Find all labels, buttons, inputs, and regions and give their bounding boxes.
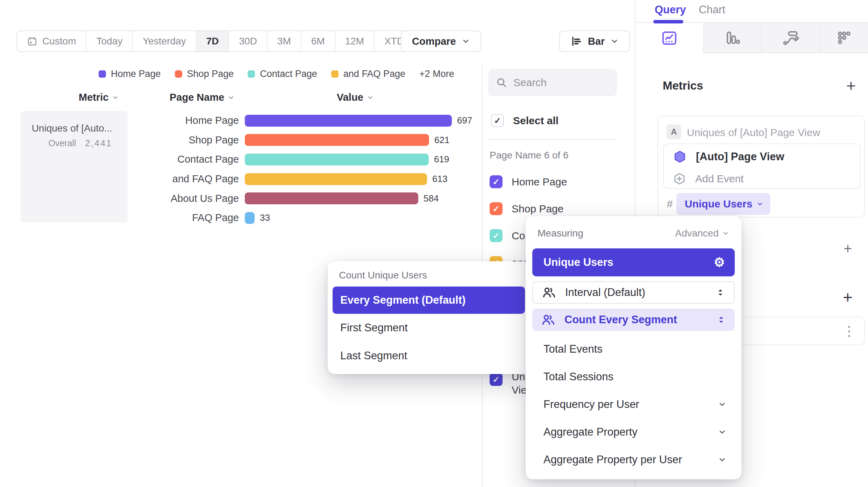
bar-and-faq-page[interactable] <box>245 173 427 185</box>
legend-item[interactable]: Contact Page <box>248 69 317 79</box>
option-last-segment[interactable]: Last Segment <box>333 342 525 370</box>
bar-chart-icon <box>570 35 582 47</box>
compare-button[interactable]: Compare <box>401 30 481 52</box>
chart-row: FAQ Page33 <box>0 208 482 228</box>
insights-chart-icon <box>661 30 678 47</box>
legend-item[interactable]: Home Page <box>99 69 161 79</box>
divider <box>488 139 617 140</box>
checkbox-checked[interactable]: ✓ <box>490 175 503 188</box>
measure-unique-users-selected[interactable]: Unique Users ⚙ <box>532 248 735 276</box>
bar-value: 613 <box>432 174 447 184</box>
measure-dropdown[interactable]: Unique Users <box>676 193 770 215</box>
gear-icon[interactable]: ⚙ <box>714 256 725 269</box>
retention-dots-icon <box>836 29 853 46</box>
hash-symbol: # <box>667 198 673 210</box>
count-every-segment-selector[interactable]: Count Every Segment <box>532 309 735 331</box>
date-range-6m[interactable]: 6M <box>301 31 335 51</box>
event-row[interactable]: [Auto] Page View <box>673 150 784 164</box>
kebab-menu-icon[interactable]: ⋮ <box>842 327 856 335</box>
chevron-down-icon <box>610 37 619 45</box>
checkbox-checked[interactable]: ✓ <box>490 202 503 215</box>
stepper-icon <box>716 313 726 326</box>
advanced-dropdown[interactable]: Advanced <box>675 228 729 239</box>
chevron-down-icon <box>718 400 726 409</box>
bar-value: 621 <box>434 135 449 146</box>
event-card: [Auto] Page View Add Event <box>663 143 861 189</box>
bar-contact-page[interactable] <box>245 154 429 165</box>
add-event-row[interactable]: Add Event <box>673 172 744 185</box>
measuring-header: Measuring Advanced <box>532 227 735 240</box>
tab-query[interactable]: Query <box>655 3 686 16</box>
date-range-7d-active[interactable]: 7D <box>196 31 229 51</box>
legend-item[interactable]: and FAQ Page <box>331 69 405 79</box>
popup-title: Count Unique Users <box>333 268 525 287</box>
date-range-12m[interactable]: 12M <box>335 31 374 51</box>
add-filter-button[interactable]: + <box>844 241 852 256</box>
report-tab-funnels[interactable] <box>703 23 761 53</box>
measure-total-events[interactable]: Total Events <box>532 335 735 363</box>
column-header-value[interactable]: Value <box>337 92 374 103</box>
legend-swatch <box>99 70 106 78</box>
report-tab-insights-active[interactable] <box>635 23 703 53</box>
chevron-down-icon <box>718 456 726 464</box>
measuring-popup: Measuring Advanced Unique Users ⚙ Interv… <box>526 216 741 479</box>
chevron-down-icon <box>722 230 729 237</box>
bar-value: 33 <box>260 212 270 223</box>
bar-faq-page[interactable] <box>245 212 255 224</box>
measure-frequency-per-user[interactable]: Frequency per User <box>532 390 735 418</box>
chart-row: Contact Page619 <box>0 150 482 169</box>
measure-options-list: Total Events Total Sessions Frequency pe… <box>532 335 735 473</box>
segment-item-home-page[interactable]: ✓Home Page <box>490 168 629 195</box>
stepper-icon <box>715 286 726 299</box>
chart-legend: Home Page Shop Page Contact Page and FAQ… <box>99 69 454 79</box>
event-hexagon-icon <box>673 150 687 164</box>
segment-section-label: Page Name 6 of 6 <box>490 150 569 161</box>
report-tab-retention[interactable] <box>819 23 868 53</box>
bar-value: 697 <box>457 115 472 126</box>
metric-definition-card: A Uniques of [Auto] Page View [Auto] Pag… <box>657 115 865 218</box>
active-tab-underline <box>653 20 683 23</box>
column-header-page-name[interactable]: Page Name <box>170 92 235 103</box>
insights-report-screen: Custom Today Yesterday 7D 30D 3M 6M 12M … <box>0 0 868 487</box>
date-range-custom[interactable]: Custom <box>17 31 86 51</box>
segment-search <box>488 69 617 96</box>
legend-more-link[interactable]: +2 More <box>419 69 454 79</box>
measure-aggregate-property[interactable]: Aggregate Property <box>532 418 735 446</box>
date-range-label: Custom <box>42 36 76 47</box>
search-input[interactable] <box>513 77 609 89</box>
metric-row-title: Uniques of [Auto] Page View <box>687 127 820 139</box>
date-range-3m[interactable]: 3M <box>267 31 301 51</box>
select-all-checkbox[interactable]: ✓ <box>491 114 504 127</box>
chevron-down-icon <box>756 200 763 207</box>
people-icon <box>541 313 555 327</box>
chevron-down-icon <box>462 37 470 45</box>
bar-about-us-page[interactable] <box>245 192 418 204</box>
date-range-today[interactable]: Today <box>86 31 132 51</box>
people-icon <box>542 285 556 299</box>
flows-icon <box>782 29 799 46</box>
select-all-row[interactable]: ✓ Select all <box>491 114 558 127</box>
date-range-yesterday[interactable]: Yesterday <box>132 31 196 51</box>
columns-chart-icon <box>724 29 741 46</box>
checkbox-checked[interactable]: ✓ <box>490 373 503 386</box>
tab-chart[interactable]: Chart <box>699 3 725 16</box>
chart-type-selector[interactable]: Bar <box>559 30 630 52</box>
add-breakdown-button[interactable]: + <box>843 289 853 306</box>
interval-selector[interactable]: Interval (Default) <box>532 281 735 304</box>
bar-home-page[interactable] <box>245 115 452 127</box>
option-every-segment-selected[interactable]: Every Segment (Default) <box>333 287 525 314</box>
column-header-metric[interactable]: Metric <box>79 92 119 103</box>
option-first-segment[interactable]: First Segment <box>333 314 525 342</box>
measure-total-sessions[interactable]: Total Sessions <box>532 363 735 390</box>
bar-value: 619 <box>434 154 449 165</box>
bar-shop-page[interactable] <box>245 134 429 146</box>
bar-value: 584 <box>424 193 439 204</box>
checkbox-checked[interactable]: ✓ <box>490 229 503 242</box>
legend-item[interactable]: Shop Page <box>175 69 234 79</box>
date-range-picker: Custom Today Yesterday 7D 30D 3M 6M 12M … <box>16 30 426 52</box>
report-tab-flows[interactable] <box>761 23 819 53</box>
date-range-30d[interactable]: 30D <box>228 31 266 51</box>
chevron-down-icon <box>367 94 374 101</box>
measure-aggregate-property-per-user[interactable]: Aggregate Property per User <box>532 446 735 473</box>
add-metric-button[interactable]: + <box>846 78 856 94</box>
